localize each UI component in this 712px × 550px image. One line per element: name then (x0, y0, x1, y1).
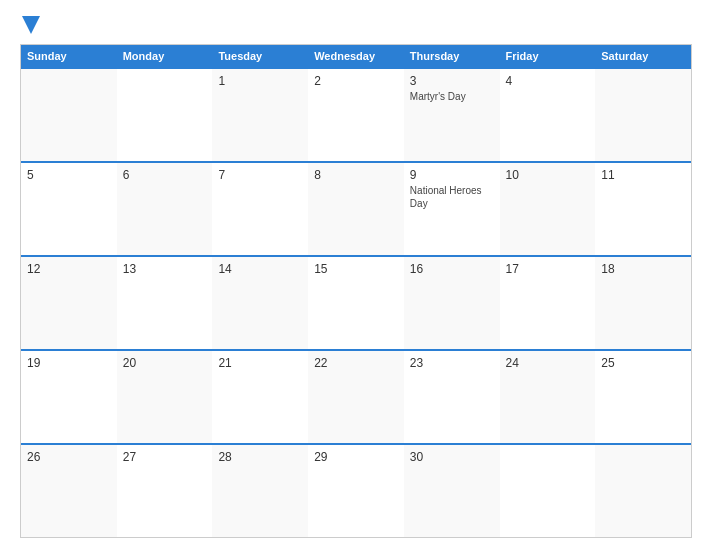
day-cell: 1 (212, 69, 308, 161)
day-number: 20 (123, 356, 207, 370)
day-cell: 20 (117, 351, 213, 443)
day-number: 3 (410, 74, 494, 88)
day-cell: 11 (595, 163, 691, 255)
day-number: 6 (123, 168, 207, 182)
day-number: 27 (123, 450, 207, 464)
page-header (20, 16, 692, 34)
day-number: 29 (314, 450, 398, 464)
day-number: 19 (27, 356, 111, 370)
day-number: 4 (506, 74, 590, 88)
day-cell (595, 445, 691, 537)
day-cell: 5 (21, 163, 117, 255)
day-number: 28 (218, 450, 302, 464)
day-cell: 23 (404, 351, 500, 443)
logo-icon (22, 16, 40, 34)
holiday-label: Martyr's Day (410, 90, 494, 103)
day-number: 9 (410, 168, 494, 182)
day-cell: 6 (117, 163, 213, 255)
day-cell: 3Martyr's Day (404, 69, 500, 161)
day-header-saturday: Saturday (595, 45, 691, 67)
day-cell: 2 (308, 69, 404, 161)
day-cell: 28 (212, 445, 308, 537)
day-cell: 21 (212, 351, 308, 443)
day-cell: 22 (308, 351, 404, 443)
calendar-grid: SundayMondayTuesdayWednesdayThursdayFrid… (20, 44, 692, 538)
day-number: 2 (314, 74, 398, 88)
calendar-page: SundayMondayTuesdayWednesdayThursdayFrid… (0, 0, 712, 550)
day-number: 15 (314, 262, 398, 276)
day-number: 21 (218, 356, 302, 370)
day-number: 22 (314, 356, 398, 370)
day-number: 10 (506, 168, 590, 182)
day-headers-row: SundayMondayTuesdayWednesdayThursdayFrid… (21, 45, 691, 67)
day-cell: 25 (595, 351, 691, 443)
day-number: 26 (27, 450, 111, 464)
day-header-monday: Monday (117, 45, 213, 67)
day-cell: 8 (308, 163, 404, 255)
day-number: 18 (601, 262, 685, 276)
day-number: 23 (410, 356, 494, 370)
day-header-thursday: Thursday (404, 45, 500, 67)
day-number: 12 (27, 262, 111, 276)
day-cell: 19 (21, 351, 117, 443)
day-cell (595, 69, 691, 161)
day-number: 7 (218, 168, 302, 182)
day-header-friday: Friday (500, 45, 596, 67)
week-row: 12131415161718 (21, 255, 691, 349)
day-cell: 24 (500, 351, 596, 443)
day-cell: 10 (500, 163, 596, 255)
day-header-sunday: Sunday (21, 45, 117, 67)
day-cell: 27 (117, 445, 213, 537)
week-row: 123Martyr's Day4 (21, 67, 691, 161)
day-number: 17 (506, 262, 590, 276)
week-row: 19202122232425 (21, 349, 691, 443)
day-cell: 15 (308, 257, 404, 349)
day-cell: 12 (21, 257, 117, 349)
day-number: 24 (506, 356, 590, 370)
week-row: 2627282930 (21, 443, 691, 537)
logo (20, 16, 40, 34)
day-cell: 13 (117, 257, 213, 349)
day-number: 25 (601, 356, 685, 370)
day-number: 5 (27, 168, 111, 182)
day-cell: 16 (404, 257, 500, 349)
svg-marker-0 (22, 16, 40, 34)
day-cell (21, 69, 117, 161)
day-header-wednesday: Wednesday (308, 45, 404, 67)
week-row: 56789National Heroes Day1011 (21, 161, 691, 255)
day-cell (117, 69, 213, 161)
day-cell: 29 (308, 445, 404, 537)
weeks-container: 123Martyr's Day456789National Heroes Day… (21, 67, 691, 537)
day-number: 8 (314, 168, 398, 182)
day-number: 16 (410, 262, 494, 276)
day-cell: 30 (404, 445, 500, 537)
day-cell: 26 (21, 445, 117, 537)
day-number: 13 (123, 262, 207, 276)
day-cell: 7 (212, 163, 308, 255)
day-number: 11 (601, 168, 685, 182)
day-number: 1 (218, 74, 302, 88)
day-header-tuesday: Tuesday (212, 45, 308, 67)
day-number: 14 (218, 262, 302, 276)
holiday-label: National Heroes Day (410, 184, 494, 210)
day-cell: 17 (500, 257, 596, 349)
day-cell: 4 (500, 69, 596, 161)
day-number: 30 (410, 450, 494, 464)
day-cell: 14 (212, 257, 308, 349)
day-cell (500, 445, 596, 537)
day-cell: 18 (595, 257, 691, 349)
day-cell: 9National Heroes Day (404, 163, 500, 255)
